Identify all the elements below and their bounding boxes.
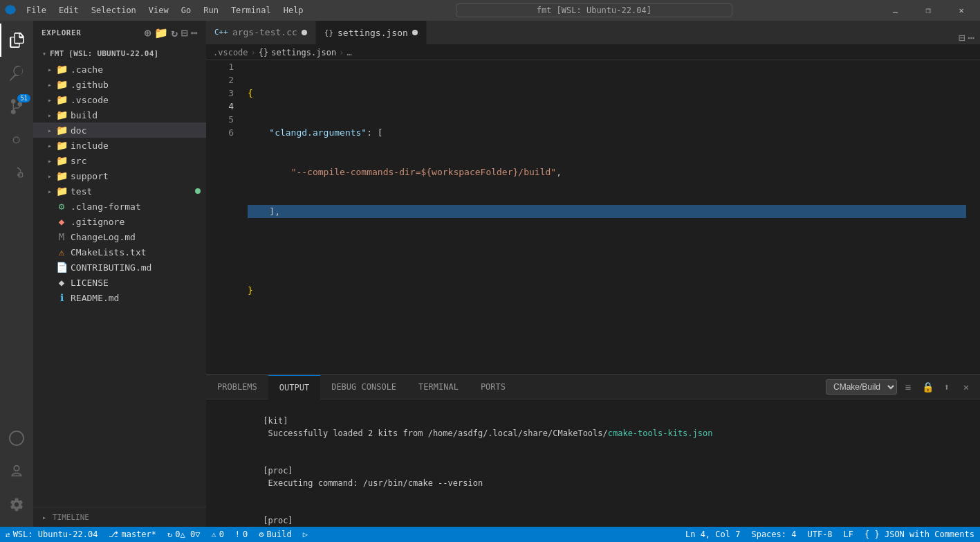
sidebar-item-cmakelists[interactable]: ⚠ CMakeLists.txt (33, 244, 206, 260)
code-content[interactable]: { "clangd.arguments": [ "--compile-comma… (241, 60, 973, 374)
file-label-contributing: CONTRIBUTING.md (71, 262, 195, 273)
close-button[interactable]: ✕ (945, 0, 977, 21)
sidebar-item-contributing[interactable]: 📄 CONTRIBUTING.md (33, 260, 206, 275)
status-remote[interactable]: ⇄ WSL: Ubuntu-22.04 (0, 527, 103, 542)
line-num-2: 2 (206, 73, 234, 87)
new-folder-icon[interactable]: 📁 (154, 26, 169, 39)
output-channel-select[interactable]: CMake/Build (826, 379, 897, 395)
folder-label-support: support (71, 171, 195, 181)
folder-icon-build: 📁 (55, 109, 68, 121)
sidebar-item-support[interactable]: 📁 support (33, 168, 206, 183)
status-spaces[interactable]: Spaces: 4 (746, 527, 802, 542)
sidebar-item-doc[interactable]: 📁 doc (33, 123, 206, 138)
minimize-button[interactable]: ⎽ (879, 0, 911, 21)
menu-view[interactable]: View (143, 3, 174, 18)
folder-icon-vscode: 📁 (55, 93, 68, 106)
sidebar-item-test[interactable]: 📁 test (33, 183, 206, 199)
status-eol-label: LF (844, 530, 853, 539)
status-errors[interactable]: ⚠ 0 (205, 527, 229, 542)
extensions-icon[interactable] (0, 156, 33, 190)
refresh-icon[interactable]: ↻ (171, 26, 178, 39)
file-label-gitignore: .gitignore (71, 217, 195, 227)
code-line-2: "clangd.arguments": [ (248, 126, 966, 139)
close-panel-icon[interactable]: ✕ (958, 379, 974, 395)
settings-icon[interactable] (0, 488, 33, 521)
status-build[interactable]: ⚙ Build (253, 527, 297, 542)
more-tab-actions-icon[interactable]: ⋯ (968, 31, 974, 44)
explorer-icon[interactable] (0, 24, 33, 57)
line-num-5: 5 (206, 113, 234, 126)
status-language[interactable]: { } JSON with Comments (859, 527, 980, 542)
folder-label-doc: doc (71, 125, 195, 136)
tab-problems[interactable]: PROBLEMS (206, 375, 268, 399)
breadcrumb-ellipsis[interactable]: … (346, 48, 351, 57)
status-cursor[interactable]: Ln 4, Col 7 (680, 527, 746, 542)
menu-run[interactable]: Run (198, 3, 224, 18)
menu-terminal[interactable]: Terminal (225, 3, 277, 18)
status-eol[interactable]: LF (838, 527, 859, 542)
tab-args-test[interactable]: C++ args-test.cc (206, 21, 316, 44)
sidebar-item-github[interactable]: 📁 .github (33, 77, 206, 92)
collapse-all-icon[interactable]: ⊟ (181, 26, 188, 39)
log-line-3: [proc] Executing command: /usr/bin/cmake… (213, 502, 973, 527)
tab-ports[interactable]: PORTS (470, 375, 517, 399)
global-search-box[interactable]: fmt [WSL: Ubuntu-22.04] (456, 3, 732, 17)
timeline-section[interactable]: TIMELINE (33, 507, 206, 527)
log-link-1[interactable]: cmake-tools-kits.json (608, 428, 713, 438)
status-run[interactable]: ▷ (297, 527, 313, 542)
sidebar-item-build[interactable]: 📁 build (33, 107, 206, 123)
breadcrumb-vscode[interactable]: .vscode (213, 48, 248, 57)
restore-button[interactable]: ❐ (912, 0, 944, 21)
maximize-panel-icon[interactable]: ⬆ (939, 379, 955, 395)
file-icon-cmake: ⚠ (55, 246, 68, 258)
code-editor[interactable]: 1 2 3 4 5 6 { "clangd.arguments": [ "--c… (206, 60, 980, 374)
no-arrow-license (44, 277, 55, 288)
tab-settings-json[interactable]: {} settings.json (316, 21, 427, 44)
sidebar-item-gitignore[interactable]: ◆ .gitignore (33, 214, 206, 229)
sidebar-item-vscode[interactable]: 📁 .vscode (33, 92, 206, 107)
sidebar-item-clang-format[interactable]: ⚙ .clang-format (33, 199, 206, 214)
sidebar-item-cache[interactable]: 📁 .cache (33, 62, 206, 77)
split-editor-icon[interactable]: ⊟ (959, 31, 965, 44)
account-icon[interactable] (0, 455, 33, 488)
clear-output-icon[interactable]: ≡ (900, 379, 916, 395)
breadcrumb-file[interactable]: settings.json (271, 48, 336, 57)
status-branch[interactable]: ⎇ master* (103, 527, 162, 542)
lock-output-icon[interactable]: 🔒 (919, 379, 936, 395)
menu-go[interactable]: Go (176, 3, 196, 18)
sidebar-item-src[interactable]: 📁 src (33, 153, 206, 168)
tab-output[interactable]: OUTPUT (268, 375, 320, 399)
tab-debug-console[interactable]: DEBUG CONSOLE (320, 375, 407, 399)
status-warnings[interactable]: ! 0 (230, 527, 253, 542)
folder-arrow-build (44, 109, 55, 120)
titlebar: File Edit Selection View Go Run Terminal… (0, 0, 980, 21)
menu-help[interactable]: Help (278, 3, 309, 18)
folder-label-src: src (71, 156, 195, 166)
remote-explorer-icon[interactable] (0, 422, 33, 455)
status-sync[interactable]: ↻ 0△ 0▽ (162, 527, 205, 542)
search-icon[interactable] (0, 57, 33, 90)
folder-arrow-vscode (44, 94, 55, 105)
vertical-scrollbar[interactable] (973, 60, 980, 374)
menu-selection[interactable]: Selection (86, 3, 142, 18)
code-line-3: "--compile-commands-dir=${workspaceFolde… (248, 165, 966, 179)
menu-file[interactable]: File (21, 3, 52, 18)
sidebar-item-readme[interactable]: ℹ README.md (33, 290, 206, 305)
more-actions-icon[interactable]: ⋯ (191, 26, 198, 39)
build-icon: ⚙ (259, 530, 264, 539)
new-file-icon[interactable]: ⊕ (145, 26, 151, 39)
window-controls: ⎽ ❐ ✕ (879, 0, 980, 21)
sidebar-item-license[interactable]: ◆ LICENSE (33, 275, 206, 290)
source-control-badge: 51 (17, 94, 30, 102)
menu-edit[interactable]: Edit (53, 3, 84, 18)
source-control-icon[interactable]: 51 (0, 90, 33, 123)
file-icon-readme: ℹ (55, 291, 68, 304)
sidebar-item-include[interactable]: 📁 include (33, 138, 206, 153)
sidebar-item-changelog[interactable]: M ChangeLog.md (33, 229, 206, 244)
tab-terminal[interactable]: TERMINAL (407, 375, 470, 399)
root-folder-item[interactable]: FMT [WSL: UBUNTU-22.04] (33, 45, 206, 62)
no-arrow-cmake (44, 246, 55, 258)
run-debug-icon[interactable] (0, 123, 33, 156)
status-encoding[interactable]: UTF-8 (802, 527, 838, 542)
folder-arrow-doc (44, 125, 55, 136)
